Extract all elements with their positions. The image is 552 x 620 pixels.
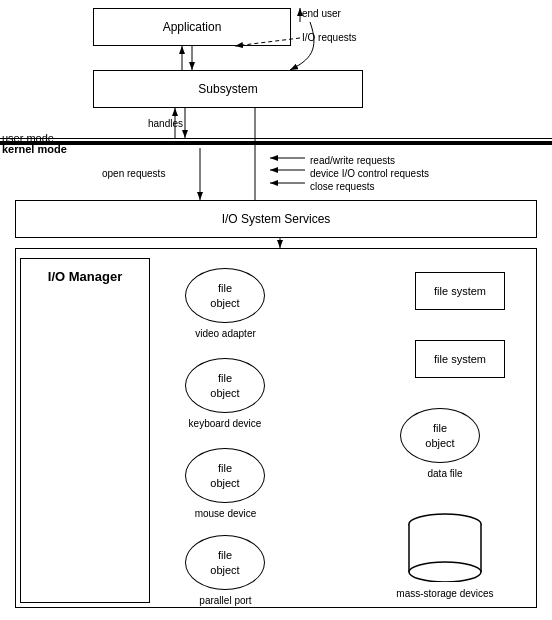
open-requests-label: open requests [102,168,165,179]
file-object-oval-5: fileobject [400,408,480,463]
file-object-label-1: fileobject [210,281,239,310]
io-services-box: I/O System Services [15,200,537,238]
file-system-box-2: file system [415,340,505,378]
keyboard-device-label: keyboard device [175,418,275,429]
file-object-label-5: fileobject [425,421,454,450]
diagram: Application Subsystem user mode kernel m… [0,0,552,620]
mass-storage-label: mass-storage devices [390,588,500,599]
io-requests-label: I/O requests [302,32,356,43]
end-user-label: end user [302,8,341,19]
svg-point-4 [409,562,481,582]
mouse-device-label: mouse device [183,508,268,519]
file-system-label-1: file system [434,285,486,297]
io-services-label: I/O System Services [222,212,331,226]
file-system-box-1: file system [415,272,505,310]
file-object-label-2: fileobject [210,371,239,400]
parallel-port-label: parallel port [183,595,268,606]
file-object-oval-2: fileobject [185,358,265,413]
file-object-oval-4: fileobject [185,535,265,590]
device-io-label: device I/O control requests [310,168,429,179]
close-label: close requests [310,181,374,192]
cylinder [405,512,485,582]
file-object-label-3: fileobject [210,461,239,490]
io-manager-label: I/O Manager [48,269,122,284]
file-object-oval-1: fileobject [185,268,265,323]
mode-line-thin [0,138,552,139]
application-label: Application [163,20,222,34]
file-object-label-4: fileobject [210,548,239,577]
mode-line-thick [0,141,552,145]
io-manager-box: I/O Manager [20,258,150,603]
handles-label: handles [148,118,183,129]
read-write-label: read/write requests [310,155,395,166]
data-file-label: data file [405,468,485,479]
subsystem-box: Subsystem [93,70,363,108]
file-system-label-2: file system [434,353,486,365]
file-object-oval-3: fileobject [185,448,265,503]
video-adapter-label: video adapter [183,328,268,339]
application-box: Application [93,8,291,46]
subsystem-label: Subsystem [198,82,257,96]
